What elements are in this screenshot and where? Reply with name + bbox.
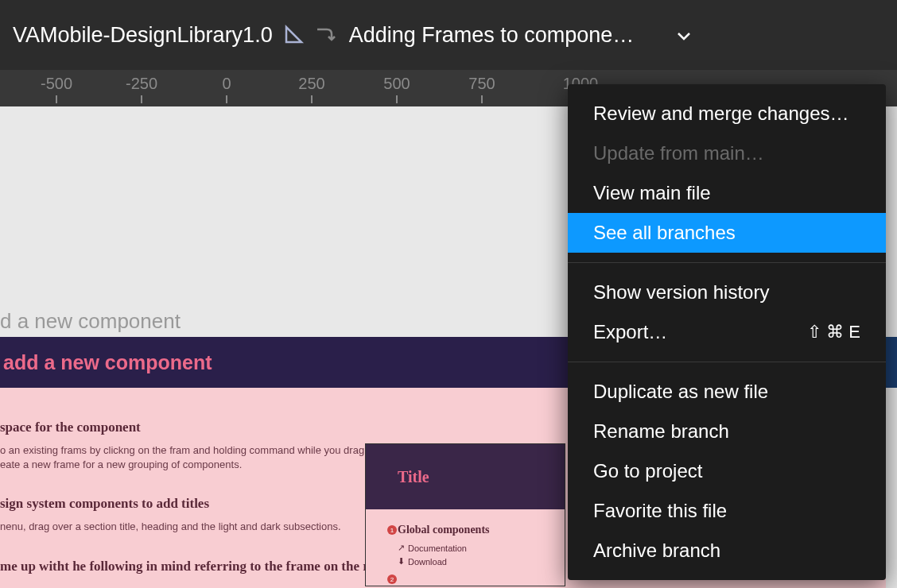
drafting-triangle-icon	[284, 25, 305, 45]
title-banner-text: add a new component	[3, 351, 212, 374]
number-badge: 1	[387, 525, 397, 535]
menu-item-view-main-file[interactable]: View main file	[568, 173, 886, 213]
ruler-mark	[481, 95, 483, 103]
frame-label[interactable]: d a new component	[0, 309, 181, 334]
ruler-tick: 500	[383, 75, 410, 93]
canvas-edge	[886, 388, 897, 588]
menu-item-favorite[interactable]: Favorite this file	[568, 491, 886, 531]
menu-item-duplicate[interactable]: Duplicate as new file	[568, 372, 886, 412]
nested-heading: Global components	[398, 524, 533, 536]
number-badge: 2	[387, 574, 397, 584]
documentation-link[interactable]: ↗ Documentation	[398, 543, 533, 553]
menu-item-update-from-main[interactable]: Update from main…	[568, 133, 886, 173]
menu-item-review-merge[interactable]: Review and merge changes…	[568, 94, 886, 133]
nested-title-text: Title	[398, 468, 429, 486]
nested-title-bar: Title	[366, 444, 565, 509]
menu-item-version-history[interactable]: Show version history	[568, 273, 886, 312]
nested-frame[interactable]: Title 1 Global components ↗ Documentatio…	[365, 443, 565, 586]
ruler-mark	[311, 95, 313, 103]
ruler-tick: 250	[298, 75, 324, 93]
external-link-icon: ↗	[398, 543, 405, 553]
toolbar: VAMobile-DesignLibrary1.0 Adding Frames …	[0, 0, 897, 70]
menu-divider	[568, 262, 886, 263]
ruler-tick: -250	[126, 75, 157, 93]
ruler-mark	[141, 95, 142, 103]
menu-item-export[interactable]: Export… ⇧ ⌘ E	[568, 312, 886, 352]
ruler-mark	[56, 95, 57, 103]
download-link[interactable]: ⬇ Download	[398, 556, 533, 567]
branch-context-menu: Review and merge changes… Update from ma…	[568, 84, 886, 580]
keyboard-shortcut: ⇧ ⌘ E	[807, 322, 860, 342]
menu-item-rename-branch[interactable]: Rename branch	[568, 412, 886, 451]
nested-content: 1 Global components ↗ Documentation 2 ⬇ …	[366, 509, 565, 586]
ruler-mark	[396, 95, 398, 103]
download-icon: ⬇	[398, 556, 405, 567]
menu-item-see-all-branches[interactable]: See all branches	[568, 213, 886, 253]
ruler-mark	[226, 95, 227, 103]
ruler-tick: 0	[222, 75, 231, 93]
selection-edge	[886, 337, 897, 388]
ruler-tick: 750	[468, 75, 495, 93]
menu-divider	[568, 362, 886, 362]
branch-icon	[316, 24, 338, 46]
branch-name[interactable]: Adding Frames to compone…	[349, 23, 635, 48]
ruler-tick: -500	[41, 75, 72, 93]
chevron-down-icon[interactable]	[677, 30, 691, 44]
file-name[interactable]: VAMobile-DesignLibrary1.0	[13, 23, 273, 48]
menu-item-go-to-project[interactable]: Go to project	[568, 451, 886, 491]
menu-item-archive-branch[interactable]: Archive branch	[568, 531, 886, 571]
